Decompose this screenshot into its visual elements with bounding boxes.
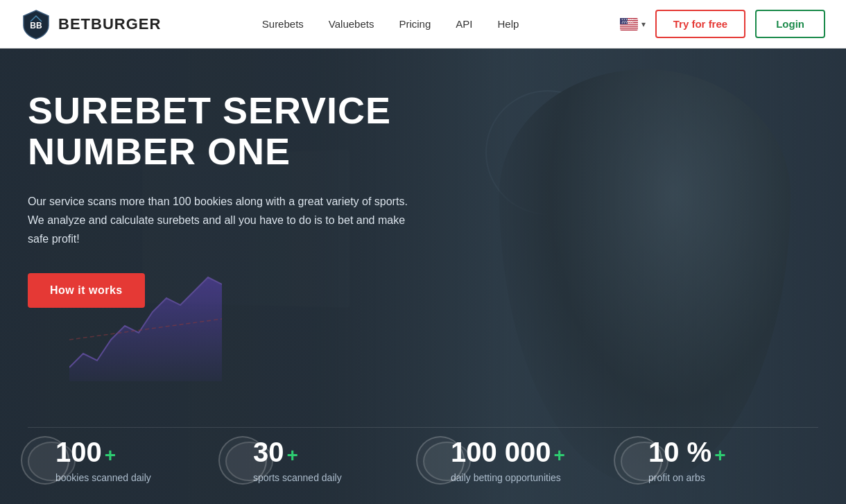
stat-sports: 30 + sports scanned daily <box>225 437 423 483</box>
nav-help[interactable]: Help <box>497 18 519 30</box>
stat-sports-number: 30 <box>253 437 284 468</box>
stats-bar: 100 + bookies scanned daily 30 + sports … <box>0 416 846 504</box>
try-free-button[interactable]: Try for free <box>655 10 745 38</box>
svg-text:★★★★★★: ★★★★★★ <box>621 21 633 24</box>
stat-opps-number: 100 000 <box>451 437 551 468</box>
svg-text:BB: BB <box>30 21 42 31</box>
logo-shield-icon: BB <box>21 9 51 40</box>
header-right: ★★★★★★ ★★★★★ ★★★★★★ ▾ Try for free Login <box>620 10 825 38</box>
stat-profit: 10 % + profit on arbs <box>621 437 818 483</box>
svg-rect-6 <box>620 26 638 27</box>
nav-pricing[interactable]: Pricing <box>399 18 431 30</box>
stat-bookies-number: 100 <box>55 437 102 468</box>
us-flag-icon: ★★★★★★ ★★★★★ ★★★★★★ <box>620 18 638 31</box>
stat-profit-label: profit on arbs <box>634 472 804 483</box>
main-nav: Surebets Valuebets Pricing API Help <box>262 18 519 30</box>
nav-surebets[interactable]: Surebets <box>262 18 304 30</box>
login-button[interactable]: Login <box>755 10 825 38</box>
stat-sports-plus: + <box>287 444 298 467</box>
svg-rect-5 <box>620 24 638 25</box>
stat-opps-label: daily betting opportunities <box>437 472 607 483</box>
stat-profit-plus: + <box>714 444 725 467</box>
hero-content: SUREBET SERVICE NUMBER ONE Our service s… <box>28 90 458 308</box>
hero-section: SUREBET SERVICE NUMBER ONE Our service s… <box>0 49 846 504</box>
hero-title: SUREBET SERVICE NUMBER ONE <box>28 90 458 173</box>
site-header: BB BETBURGER Surebets Valuebets Pricing … <box>0 0 846 49</box>
stat-sports-label: sports scanned daily <box>239 472 409 483</box>
stat-bookies-label: bookies scanned daily <box>42 472 212 483</box>
stat-bookies: 100 + bookies scanned daily <box>28 437 225 483</box>
lang-chevron: ▾ <box>641 19 646 29</box>
stat-bookies-plus: + <box>105 444 116 467</box>
how-it-works-button[interactable]: How it works <box>28 273 145 308</box>
stat-opportunities: 100 000 + daily betting opportunities <box>423 437 621 483</box>
nav-api[interactable]: API <box>456 18 472 30</box>
logo-text: BETBURGER <box>58 15 161 33</box>
nav-valuebets[interactable]: Valuebets <box>329 18 374 30</box>
stat-profit-number: 10 % <box>648 437 711 468</box>
logo-area[interactable]: BB BETBURGER <box>21 9 161 40</box>
svg-rect-7 <box>620 28 638 29</box>
stat-opps-plus: + <box>554 444 565 467</box>
hero-description: Our service scans more than 100 bookies … <box>28 192 416 249</box>
language-selector[interactable]: ★★★★★★ ★★★★★ ★★★★★★ ▾ <box>620 18 646 31</box>
